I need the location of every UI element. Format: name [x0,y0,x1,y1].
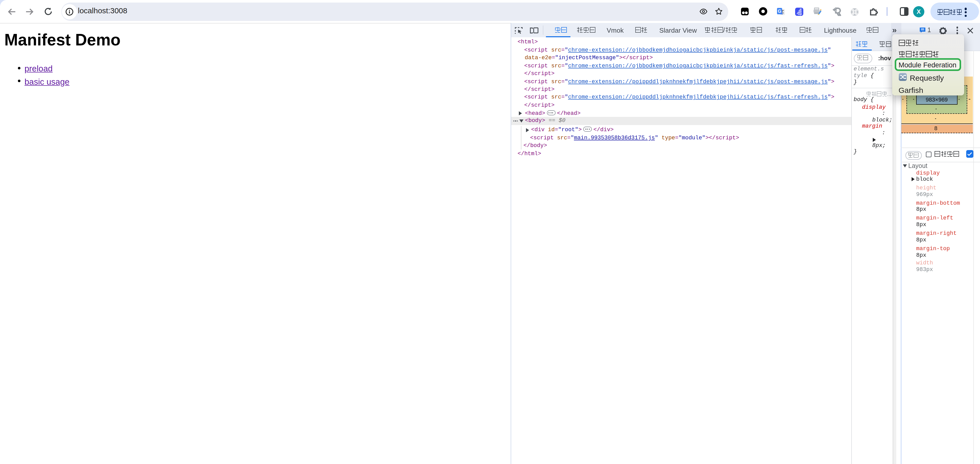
svg-text:G: G [778,8,781,14]
